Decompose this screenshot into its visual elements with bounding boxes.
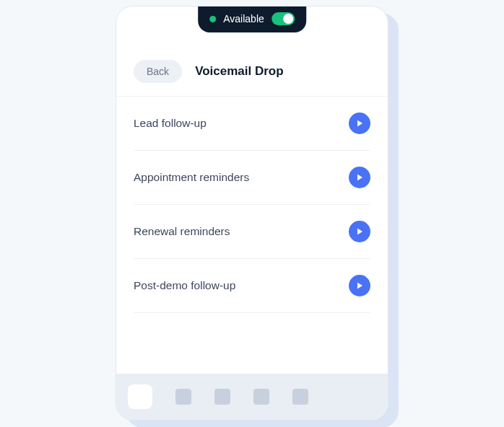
header: Back Voicemail Drop [116, 47, 388, 97]
voicemail-row[interactable]: Appointment reminders [134, 151, 370, 205]
voicemail-row[interactable]: Post-demo follow-up [134, 259, 370, 313]
voicemail-row[interactable]: Lead follow-up [134, 97, 370, 151]
status-label: Available [223, 13, 264, 25]
bottom-nav [116, 374, 388, 420]
back-button[interactable]: Back [134, 60, 182, 83]
play-icon [355, 281, 364, 290]
play-button[interactable] [349, 275, 370, 296]
play-button[interactable] [349, 221, 370, 242]
play-icon [355, 227, 364, 236]
availability-toggle[interactable] [271, 12, 295, 25]
voicemail-label: Renewal reminders [134, 225, 230, 238]
nav-item-1[interactable] [128, 384, 152, 409]
voicemail-label: Post-demo follow-up [134, 279, 235, 292]
page-title: Voicemail Drop [195, 64, 284, 79]
voicemail-label: Lead follow-up [134, 117, 207, 130]
nav-item-3[interactable] [214, 389, 230, 405]
voicemail-drop-card: Available Back Voicemail Drop Lead follo… [116, 6, 388, 421]
status-pill: Available [198, 6, 306, 32]
toggle-knob-icon [283, 14, 293, 24]
play-icon [355, 119, 364, 128]
play-button[interactable] [349, 167, 370, 188]
voicemail-label: Appointment reminders [134, 171, 249, 184]
play-icon [355, 173, 364, 182]
nav-item-4[interactable] [253, 389, 269, 405]
voicemail-list: Lead follow-up Appointment reminders Ren… [116, 97, 388, 313]
status-indicator-icon [209, 16, 216, 22]
voicemail-row[interactable]: Renewal reminders [134, 205, 370, 259]
play-button[interactable] [349, 113, 370, 134]
nav-item-2[interactable] [175, 389, 191, 405]
nav-item-5[interactable] [292, 389, 308, 405]
